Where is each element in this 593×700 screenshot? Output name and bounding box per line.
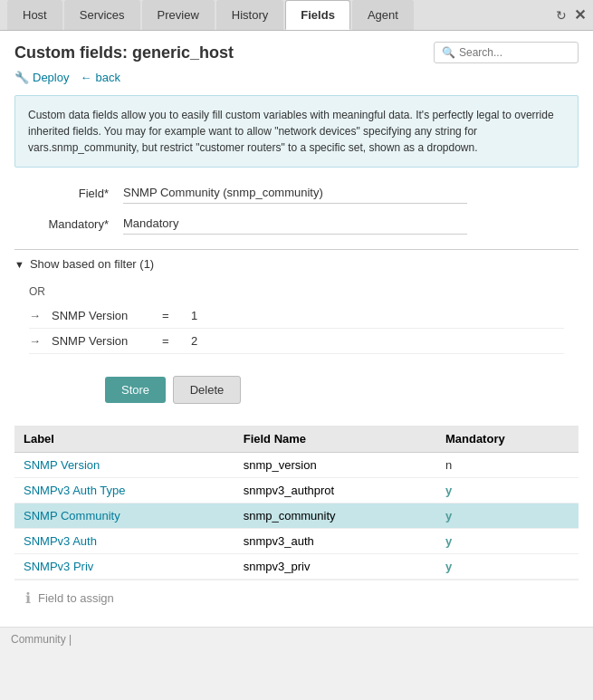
filter-row-0: → SNMP Version = 1 xyxy=(29,303,564,329)
field-value: SNMP Community (snmp_community) xyxy=(123,182,467,204)
filter-section-label: Show based on filter (1) xyxy=(30,257,154,271)
table-row[interactable]: SNMP Communitysnmp_communityy xyxy=(14,503,579,529)
table-row-mandatory-2: y xyxy=(436,503,579,529)
table-row-label-3[interactable]: SNMPv3 Auth xyxy=(14,529,234,554)
tab-services[interactable]: Services xyxy=(64,0,140,30)
field-label: Field* xyxy=(14,187,123,200)
back-label: back xyxy=(95,71,120,84)
filter-content: OR → SNMP Version = 1 → SNMP Version = 2 xyxy=(14,278,579,361)
assign-label: Field to assign xyxy=(38,591,114,605)
delete-button[interactable]: Delete xyxy=(173,376,242,404)
table-row-label-2[interactable]: SNMP Community xyxy=(14,503,234,529)
col-field-name: Field Name xyxy=(234,426,436,453)
mandatory-row: Mandatory* Mandatory xyxy=(14,213,579,235)
search-icon: 🔍 xyxy=(442,46,455,59)
community-bar: Community | xyxy=(0,627,593,651)
filter-name-0: SNMP Version xyxy=(52,309,151,322)
filter-arrow-0-icon: → xyxy=(29,309,41,322)
search-box[interactable]: 🔍 xyxy=(434,42,579,63)
deploy-button[interactable]: 🔧 Deploy xyxy=(14,71,69,84)
table-row[interactable]: SNMPv3 Auth Typesnmpv3_authproty xyxy=(14,478,579,503)
mandatory-label: Mandatory* xyxy=(14,217,123,231)
filter-name-1: SNMP Version xyxy=(52,334,151,348)
assign-footer: ℹ Field to assign xyxy=(14,580,579,616)
table-row-label-0[interactable]: SNMP Version xyxy=(14,453,234,478)
table-row-mandatory-1: y xyxy=(436,478,579,503)
or-label: OR xyxy=(29,285,564,298)
table-row-field-1: snmpv3_authprot xyxy=(234,478,436,503)
page-header: Custom fields: generic_host 🔍 xyxy=(14,42,579,63)
col-label: Label xyxy=(14,426,234,453)
table-row-field-3: snmpv3_auth xyxy=(234,529,436,554)
table-row-label-1[interactable]: SNMPv3 Auth Type xyxy=(14,478,234,503)
toolbar: 🔧 Deploy ← back xyxy=(14,71,579,84)
tab-agent[interactable]: Agent xyxy=(352,0,414,30)
refresh-icon[interactable]: ↻ xyxy=(556,8,567,23)
filter-row-1: → SNMP Version = 2 xyxy=(29,329,564,354)
tab-fields[interactable]: Fields xyxy=(285,0,350,30)
filter-arrow-icon: ▼ xyxy=(14,259,24,270)
filter-arrow-1-icon: → xyxy=(29,334,41,348)
info-icon: ℹ xyxy=(25,590,31,607)
filter-header[interactable]: ▼ Show based on filter (1) xyxy=(14,250,579,278)
deploy-label: Deploy xyxy=(33,71,69,84)
tab-host[interactable]: Host xyxy=(7,0,62,30)
content-area: Custom fields: generic_host 🔍 🔧 Deploy ←… xyxy=(0,31,593,627)
back-arrow-icon: ← xyxy=(80,71,91,84)
table-row-field-4: snmpv3_priv xyxy=(234,554,436,580)
filter-op-0: = xyxy=(162,309,180,322)
mandatory-value: Mandatory xyxy=(123,213,467,235)
tab-preview[interactable]: Preview xyxy=(142,0,215,30)
button-row: Store Delete xyxy=(105,376,579,404)
field-row: Field* SNMP Community (snmp_community) xyxy=(14,182,579,204)
form-section: Field* SNMP Community (snmp_community) M… xyxy=(14,182,579,235)
filter-section: ▼ Show based on filter (1) OR → SNMP Ver… xyxy=(14,249,579,361)
data-table: Label Field Name Mandatory SNMP Versions… xyxy=(14,426,579,580)
table-row-label-4[interactable]: SNMPv3 Priv xyxy=(14,554,234,580)
col-mandatory: Mandatory xyxy=(436,426,579,453)
table-row[interactable]: SNMPv3 Authsnmpv3_authy xyxy=(14,529,579,554)
table-row-field-0: snmp_version xyxy=(234,453,436,478)
table-row-mandatory-0: n xyxy=(436,453,579,478)
table-row-mandatory-3: y xyxy=(436,529,579,554)
tab-bar: Host Services Preview History Fields Age… xyxy=(0,0,593,31)
table-row[interactable]: SNMP Versionsnmp_versionn xyxy=(14,453,579,478)
page-title: Custom fields: generic_host xyxy=(14,43,234,62)
table-row-mandatory-4: y xyxy=(436,554,579,580)
search-input[interactable] xyxy=(459,46,577,59)
table-row-field-2: snmp_community xyxy=(234,503,436,529)
tab-history[interactable]: History xyxy=(216,0,283,30)
deploy-icon: 🔧 xyxy=(14,71,29,84)
close-icon[interactable]: ✕ xyxy=(574,6,586,24)
filter-op-1: = xyxy=(162,334,180,348)
table-row[interactable]: SNMPv3 Privsnmpv3_privy xyxy=(14,554,579,580)
info-box: Custom data fields allow you to easily f… xyxy=(14,95,579,168)
back-button[interactable]: ← back xyxy=(80,71,120,84)
store-button[interactable]: Store xyxy=(105,377,166,403)
filter-val-0: 1 xyxy=(191,309,197,322)
filter-val-1: 2 xyxy=(191,334,197,348)
